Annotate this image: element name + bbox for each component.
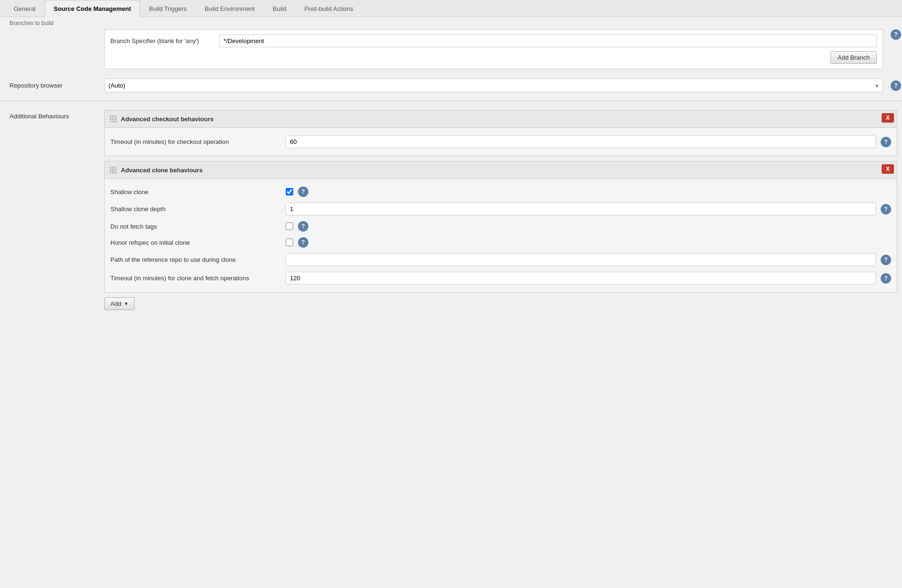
clone-behaviours-body: Shallow clone ? Shallow clone depth ? Do…	[105, 178, 897, 292]
tab-build-triggers[interactable]: Build Triggers	[140, 0, 196, 17]
clone-timeout-label: Timeout (in minutes) for clone and fetch…	[110, 275, 281, 282]
honor-refspec-checkbox[interactable]	[286, 239, 293, 246]
clone-timeout-input[interactable]	[286, 272, 876, 285]
tab-scm[interactable]: Source Code Management	[45, 0, 140, 17]
branches-box: Branch Specifier (blank for 'any') Add B…	[104, 29, 883, 69]
shallow-clone-depth-help-icon[interactable]: ?	[881, 204, 891, 214]
repo-browser-row: Repository browser (Auto) githubweb bitb…	[0, 74, 902, 97]
clone-timeout-help-icon[interactable]: ?	[881, 273, 891, 284]
checkout-timeout-help-icon[interactable]: ?	[881, 137, 891, 147]
add-btn-wrap: Add ▼	[104, 297, 897, 310]
branches-to-build-section: Branches to build	[0, 17, 902, 27]
reference-repo-label: Path of the reference repo to use during…	[110, 256, 281, 263]
shallow-clone-label: Shallow clone	[110, 188, 281, 196]
main-content: Branches to build Branch Specifier (blan…	[0, 17, 902, 315]
reference-repo-help-icon[interactable]: ?	[881, 255, 891, 265]
do-not-fetch-tags-checkbox[interactable]	[286, 223, 293, 230]
add-behaviour-arrow-icon: ▼	[124, 301, 128, 306]
tab-build-env[interactable]: Build Environment	[196, 0, 264, 17]
repo-browser-select[interactable]: (Auto) githubweb bitbucketweb fisheye gi…	[104, 79, 883, 92]
tab-general[interactable]: General	[5, 0, 45, 17]
reference-repo-input[interactable]	[286, 253, 876, 266]
checkout-timeout-row: Timeout (in minutes) for checkout operat…	[110, 133, 891, 151]
checkout-timeout-label: Timeout (in minutes) for checkout operat…	[110, 138, 281, 145]
reference-repo-row: Path of the reference repo to use during…	[110, 250, 891, 269]
honor-refspec-help-icon[interactable]: ?	[298, 237, 308, 248]
branch-specifier-row: Branch Specifier (blank for 'any')	[110, 35, 877, 47]
clone-timeout-row: Timeout (in minutes) for clone and fetch…	[110, 269, 891, 287]
honor-refspec-row: Honor refspec on initial clone ?	[110, 234, 891, 250]
checkout-behaviours-box: Advanced checkout behaviours X Timeout (…	[104, 110, 897, 156]
repo-browser-help-cell: ?	[888, 80, 902, 91]
shallow-clone-depth-input[interactable]	[286, 203, 876, 215]
honor-refspec-label: Honor refspec on initial clone	[110, 239, 281, 246]
clone-behaviours-title: Advanced clone behaviours	[121, 167, 203, 174]
do-not-fetch-tags-help-icon[interactable]: ?	[298, 221, 308, 232]
add-branch-row: Add Branch	[110, 51, 877, 64]
do-not-fetch-tags-row: Do not fetch tags ?	[110, 218, 891, 234]
checkout-remove-button[interactable]: X	[882, 113, 894, 123]
shallow-clone-help-icon[interactable]: ?	[298, 187, 308, 197]
checkout-behaviours-header: Advanced checkout behaviours X	[105, 110, 897, 127]
branch-help-icon[interactable]: ?	[891, 29, 901, 40]
checkout-behaviours-title: Advanced checkout behaviours	[121, 116, 214, 123]
clone-behaviours-header: Advanced clone behaviours X	[105, 161, 897, 178]
shallow-clone-depth-row: Shallow clone depth ?	[110, 200, 891, 218]
additional-behaviours-label: Additional Behaviours	[0, 110, 104, 310]
branch-specifier-input[interactable]	[219, 35, 877, 47]
shallow-clone-checkbox[interactable]	[286, 188, 293, 196]
shallow-clone-row: Shallow clone ?	[110, 184, 891, 200]
checkout-behaviours-body: Timeout (in minutes) for checkout operat…	[105, 127, 897, 156]
branch-help-cell: ?	[888, 29, 902, 40]
checkout-drag-handle[interactable]	[109, 115, 117, 123]
add-behaviour-label: Add	[110, 300, 121, 307]
tab-bar: General Source Code Management Build Tri…	[0, 0, 902, 17]
do-not-fetch-tags-label: Do not fetch tags	[110, 223, 281, 230]
tab-build[interactable]: Build	[264, 0, 296, 17]
repo-browser-select-wrap: (Auto) githubweb bitbucketweb fisheye gi…	[104, 79, 883, 92]
clone-behaviours-box: Advanced clone behaviours X Shallow clon…	[104, 161, 897, 293]
add-branch-button[interactable]: Add Branch	[830, 51, 877, 64]
shallow-clone-depth-label: Shallow clone depth	[110, 205, 281, 213]
section-divider	[0, 101, 902, 101]
add-behaviour-button[interactable]: Add ▼	[104, 297, 135, 310]
additional-behaviours-controls: Advanced checkout behaviours X Timeout (…	[104, 110, 897, 310]
clone-remove-button[interactable]: X	[882, 164, 894, 174]
checkout-timeout-input[interactable]	[286, 135, 876, 148]
branch-specifier-label: Branch Specifier (blank for 'any')	[110, 37, 215, 45]
additional-behaviours-section: Additional Behaviours Advanced checkout …	[0, 105, 902, 315]
repo-browser-help-icon[interactable]: ?	[891, 80, 901, 91]
clone-drag-handle[interactable]	[109, 166, 117, 174]
repo-browser-label: Repository browser	[0, 82, 104, 89]
tab-post-build[interactable]: Post-build Actions	[295, 0, 362, 17]
branches-to-build-label: Branches to build	[0, 20, 54, 27]
